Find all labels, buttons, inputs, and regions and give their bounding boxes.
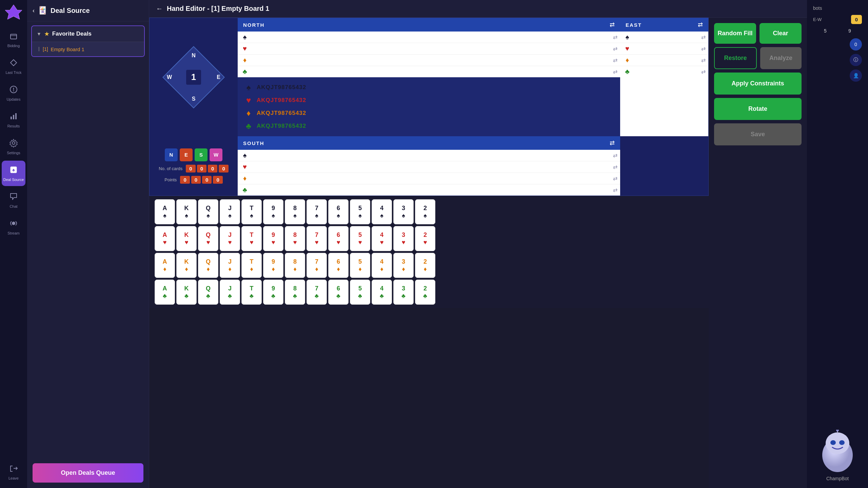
east-club-transfer-button[interactable]: ⇄ (701, 68, 706, 75)
card-9-diamond[interactable]: 9♦ (263, 253, 283, 278)
sidebar-item-results[interactable]: Results (2, 107, 25, 133)
east-spade-transfer-button[interactable]: ⇄ (701, 34, 706, 40)
card-8-club[interactable]: 8♣ (285, 280, 305, 305)
sidebar-item-settings[interactable]: Settings (2, 134, 25, 159)
east-diamond-transfer-button[interactable]: ⇄ (701, 57, 706, 63)
card-2-spade[interactable]: 2♠ (415, 199, 435, 224)
card-4-club[interactable]: 4♣ (372, 280, 392, 305)
hand-editor-back-button[interactable]: ← (156, 5, 163, 13)
card-3-diamond[interactable]: 3♦ (393, 253, 414, 278)
card-q-spade[interactable]: Q♠ (198, 199, 218, 224)
card-k-diamond[interactable]: K♦ (176, 253, 197, 278)
card-6-club[interactable]: 6♣ (328, 280, 349, 305)
card-5-heart[interactable]: 5♥ (350, 226, 370, 251)
card-j-spade[interactable]: J♠ (220, 199, 240, 224)
card-a-club[interactable]: A♣ (155, 280, 175, 305)
sidebar-item-stream[interactable]: Stream (2, 214, 25, 240)
card-7-spade[interactable]: 7♠ (307, 199, 327, 224)
card-4-spade[interactable]: 4♠ (372, 199, 392, 224)
card-6-diamond[interactable]: 6♦ (328, 253, 349, 278)
card-j-club[interactable]: J♣ (220, 280, 240, 305)
card-2-club[interactable]: 2♣ (415, 280, 435, 305)
north-spade-transfer-button[interactable]: ⇄ (613, 34, 617, 40)
favorite-deals-header[interactable]: ▼ ★ Favorite Deals (32, 26, 144, 42)
settings-icon (9, 139, 18, 149)
south-transfer-button[interactable]: ⇄ (610, 139, 615, 147)
center-cards-panel: ♠ AKQJT98765432 ♥ AKQJT98765432 ♦ AKQJT9… (238, 77, 620, 136)
card-7-club[interactable]: 7♣ (307, 280, 327, 305)
notification-badge[interactable]: 0 (850, 38, 862, 50)
e-badge: E (180, 148, 193, 161)
hand-editor-title: Hand Editor - [1] Empty Board 1 (167, 5, 269, 13)
card-k-heart[interactable]: K♥ (176, 226, 197, 251)
card-2-heart[interactable]: 2♥ (415, 226, 435, 251)
card-9-club[interactable]: 9♣ (263, 280, 283, 305)
card-q-club[interactable]: Q♣ (198, 280, 218, 305)
card-5-club[interactable]: 5♣ (350, 280, 370, 305)
panel-content: ▼ ★ Favorite Deals ⁞ [1] Empty Board 1 (27, 21, 149, 458)
card-t-spade[interactable]: T♠ (241, 199, 262, 224)
card-q-diamond[interactable]: Q♦ (198, 253, 218, 278)
north-transfer-button[interactable]: ⇄ (610, 21, 615, 28)
south-heart-transfer-button[interactable]: ⇄ (613, 164, 617, 170)
east-transfer-button[interactable]: ⇄ (698, 21, 703, 28)
app-logo[interactable] (4, 3, 23, 22)
card-a-heart[interactable]: A♥ (155, 226, 175, 251)
card-7-heart[interactable]: 7♥ (307, 226, 327, 251)
right-panel: bots E-W 0 5 9 0 ⓘ 👤 (807, 0, 868, 488)
card-3-spade[interactable]: 3♠ (393, 199, 414, 224)
clear-button[interactable]: Clear (760, 23, 802, 44)
panel-title: Deal Source (51, 7, 90, 15)
card-t-club[interactable]: T♣ (241, 280, 262, 305)
card-8-heart[interactable]: 8♥ (285, 226, 305, 251)
card-3-club[interactable]: 3♣ (393, 280, 414, 305)
card-5-diamond[interactable]: 5♦ (350, 253, 370, 278)
card-j-heart[interactable]: J♥ (220, 226, 240, 251)
card-9-heart[interactable]: 9♥ (263, 226, 283, 251)
open-deals-button[interactable]: Open Deals Queue (33, 463, 143, 483)
sidebar-item-chat[interactable]: Chat (2, 187, 25, 213)
card-3-heart[interactable]: 3♥ (393, 226, 414, 251)
card-j-diamond[interactable]: J♦ (220, 253, 240, 278)
card-6-spade[interactable]: 6♠ (328, 199, 349, 224)
south-spade-transfer-button[interactable]: ⇄ (613, 152, 617, 159)
card-a-diamond[interactable]: A♦ (155, 253, 175, 278)
card-8-diamond[interactable]: 8♦ (285, 253, 305, 278)
sidebar-item-last-trick[interactable]: Last Trick (2, 54, 25, 79)
south-diamond-transfer-button[interactable]: ⇄ (613, 175, 617, 182)
card-2-diamond[interactable]: 2♦ (415, 253, 435, 278)
sidebar-item-bidding[interactable]: Bidding (2, 27, 25, 52)
analyze-button[interactable]: Analyze (760, 47, 802, 69)
card-5-spade[interactable]: 5♠ (350, 199, 370, 224)
east-heart-transfer-button[interactable]: ⇄ (701, 45, 706, 52)
north-heart-transfer-button[interactable]: ⇄ (613, 45, 617, 52)
card-k-spade[interactable]: K♠ (176, 199, 197, 224)
card-t-heart[interactable]: T♥ (241, 226, 262, 251)
random-fill-button[interactable]: Random Fill (714, 23, 756, 44)
card-q-heart[interactable]: Q♥ (198, 226, 218, 251)
north-club-transfer-button[interactable]: ⇄ (613, 68, 617, 75)
card-4-heart[interactable]: 4♥ (372, 226, 392, 251)
info-icon[interactable]: ⓘ (850, 54, 862, 66)
card-7-diamond[interactable]: 7♦ (307, 253, 327, 278)
sidebar-item-updates[interactable]: Updates (2, 80, 25, 106)
deal-item[interactable]: ⁞ [1] Empty Board 1 (32, 42, 144, 56)
svg-point-19 (836, 430, 839, 431)
south-club-transfer-button[interactable]: ⇄ (613, 187, 617, 193)
sidebar-item-deal-source[interactable]: ♠ Deal Source (2, 161, 25, 186)
panel-back-button[interactable]: ‹ (33, 7, 35, 14)
card-t-diamond[interactable]: T♦ (241, 253, 262, 278)
sidebar-item-leave[interactable]: Leave (2, 459, 25, 485)
card-k-club[interactable]: K♣ (176, 280, 197, 305)
restore-button[interactable]: Restore (714, 47, 757, 69)
north-diamond-transfer-button[interactable]: ⇄ (613, 57, 617, 63)
card-4-diamond[interactable]: 4♦ (372, 253, 392, 278)
user-icon[interactable]: 👤 (850, 69, 862, 82)
save-button[interactable]: Save (714, 123, 802, 145)
apply-constraints-button[interactable]: Apply Constraints (714, 73, 802, 95)
card-8-spade[interactable]: 8♠ (285, 199, 305, 224)
card-a-spade[interactable]: A♠ (155, 199, 175, 224)
rotate-button[interactable]: Rotate (714, 98, 802, 120)
card-9-spade[interactable]: 9♠ (263, 199, 283, 224)
card-6-heart[interactable]: 6♥ (328, 226, 349, 251)
